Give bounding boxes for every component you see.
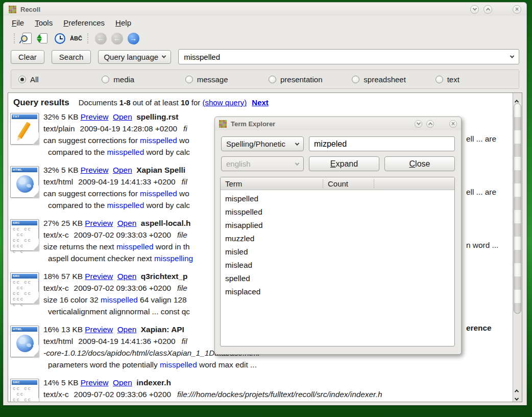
toolbar-drag-handle[interactable]: [14, 33, 16, 43]
result-url: fil: [182, 177, 187, 186]
find-document-tool-button[interactable]: [20, 32, 34, 45]
clear-button[interactable]: Clear: [11, 50, 44, 64]
dialog-titlebar[interactable]: Term Explorer ×: [215, 117, 461, 130]
search-input[interactable]: [179, 53, 511, 61]
result-text-fragment: ell ... are: [466, 188, 496, 197]
mime-type: text/html: [43, 337, 73, 345]
query-language-label: Query language: [104, 53, 158, 61]
page-back-button[interactable]: ←: [110, 32, 124, 45]
open-link[interactable]: Open: [117, 272, 137, 281]
term-row[interactable]: mispelled: [221, 192, 454, 205]
file-size: 13 KB: [61, 325, 83, 334]
filter-all[interactable]: All: [18, 75, 102, 84]
term-row[interactable]: mislead: [221, 259, 454, 272]
open-link[interactable]: Open: [117, 219, 137, 227]
highlighted-term: misspelled: [140, 136, 177, 145]
result-date: 2009-07-02 09:33:06 +0200: [74, 390, 171, 399]
expand-button[interactable]: Expand: [309, 156, 379, 171]
menu-file[interactable]: File: [12, 18, 24, 27]
chevron-up-icon: [486, 8, 490, 12]
preview-link[interactable]: Preview: [81, 166, 109, 174]
filter-spreadsheet[interactable]: spreadsheet: [352, 75, 435, 84]
radio-icon: [436, 76, 443, 83]
spellcheck-icon: ÅBĈ: [70, 35, 82, 41]
radio-icon: [102, 76, 109, 83]
term-input[interactable]: [309, 137, 454, 151]
result-title: q3richtext_p: [141, 272, 188, 281]
page-forward-button[interactable]: →: [127, 32, 140, 45]
search-entry-combo[interactable]: [178, 49, 519, 64]
scroll-up-icon[interactable]: [515, 96, 519, 100]
next-page-link[interactable]: Next: [252, 98, 269, 107]
toolbar-drag-handle[interactable]: [87, 33, 89, 43]
menu-preferences[interactable]: Preferences: [63, 18, 105, 27]
chevron-down-icon: [416, 121, 420, 125]
preview-link[interactable]: Preview: [85, 219, 113, 227]
radio-icon: [185, 76, 193, 83]
open-link[interactable]: Open: [117, 325, 137, 334]
preview-link[interactable]: Preview: [81, 378, 109, 387]
results-scrollbar[interactable]: [513, 93, 522, 402]
term-row[interactable]: misplaced: [221, 285, 454, 298]
html-document-icon: HTML: [10, 326, 39, 357]
close-button[interactable]: Close: [384, 156, 455, 171]
shade-up-button[interactable]: [483, 5, 492, 14]
term-row[interactable]: misspelled: [221, 205, 454, 219]
mime-type: text/x-c: [43, 230, 69, 239]
term-table: Term Count mispelled misspelled misappli…: [220, 177, 455, 346]
column-header-count[interactable]: Count: [323, 179, 374, 188]
sort-by-date-tool-button[interactable]: [53, 32, 66, 45]
shade-down-button[interactable]: [470, 5, 479, 14]
menu-tools[interactable]: Tools: [35, 18, 53, 27]
expansion-mode-dropdown[interactable]: Spelling/Phonetic: [221, 136, 304, 151]
search-row: Clear Search Query language: [4, 47, 526, 67]
query-language-dropdown[interactable]: Query language: [98, 50, 171, 64]
window-title: Recoll: [20, 6, 40, 13]
filter-media[interactable]: media: [102, 75, 185, 84]
term-explorer-tool-button[interactable]: ÅBĈ: [69, 32, 83, 45]
term-row[interactable]: muzzled: [221, 232, 454, 245]
term-row[interactable]: misled: [221, 245, 454, 259]
language-dropdown[interactable]: english: [221, 156, 304, 171]
relevance-percent: 32%: [43, 112, 59, 121]
filter-message[interactable]: message: [185, 75, 269, 84]
result-title: indexer.h: [136, 378, 171, 387]
column-header-term[interactable]: Term: [221, 179, 323, 188]
dialog-title: Term Explorer: [231, 120, 275, 128]
shade-up-button[interactable]: [426, 120, 434, 128]
scroll-down-icon[interactable]: [515, 393, 519, 398]
filter-text[interactable]: text: [436, 75, 519, 84]
mime-type: text/x-c: [43, 284, 69, 292]
open-link[interactable]: Open: [113, 166, 132, 174]
source-document-icon: SRC cc cc cccc cccccc c: [10, 379, 39, 402]
open-link[interactable]: Open: [113, 112, 132, 121]
highlighted-term: misspelled: [140, 189, 177, 198]
history-back-button[interactable]: ←: [94, 32, 107, 45]
mime-type: text/html: [43, 177, 73, 186]
menu-help[interactable]: Help: [115, 18, 131, 27]
highlighted-term: misspelled: [116, 242, 154, 251]
open-link[interactable]: Open: [113, 378, 132, 387]
preview-link[interactable]: Preview: [85, 272, 113, 281]
source-code-icon: cc cc cccc cccccc c: [13, 227, 32, 255]
update-index-tool-button[interactable]: [37, 32, 50, 45]
radio-icon: [269, 76, 276, 83]
shade-down-button[interactable]: [415, 120, 422, 128]
filter-presentation[interactable]: presentation: [269, 75, 352, 84]
close-dialog-button[interactable]: ×: [449, 120, 457, 128]
relevance-percent: 14%: [43, 378, 59, 387]
term-row[interactable]: misapplied: [221, 219, 454, 232]
show-query-link[interactable]: (show query): [202, 98, 247, 107]
close-window-button[interactable]: ×: [513, 5, 521, 14]
scrollbar-thumb[interactable]: [514, 103, 521, 314]
scroll-up-icon[interactable]: [515, 385, 519, 389]
search-button[interactable]: Search: [52, 50, 91, 64]
source-document-icon: SRC cc cc cccc cccccc c: [10, 219, 39, 251]
preview-link[interactable]: Preview: [85, 325, 113, 334]
results-total: 10: [181, 98, 189, 107]
term-row[interactable]: spelled: [221, 272, 454, 285]
results-title: Query results: [13, 98, 69, 107]
preview-link[interactable]: Preview: [81, 112, 109, 121]
main-titlebar[interactable]: Recoll ×: [4, 3, 526, 16]
highlighted-term: misspelled: [107, 201, 144, 210]
